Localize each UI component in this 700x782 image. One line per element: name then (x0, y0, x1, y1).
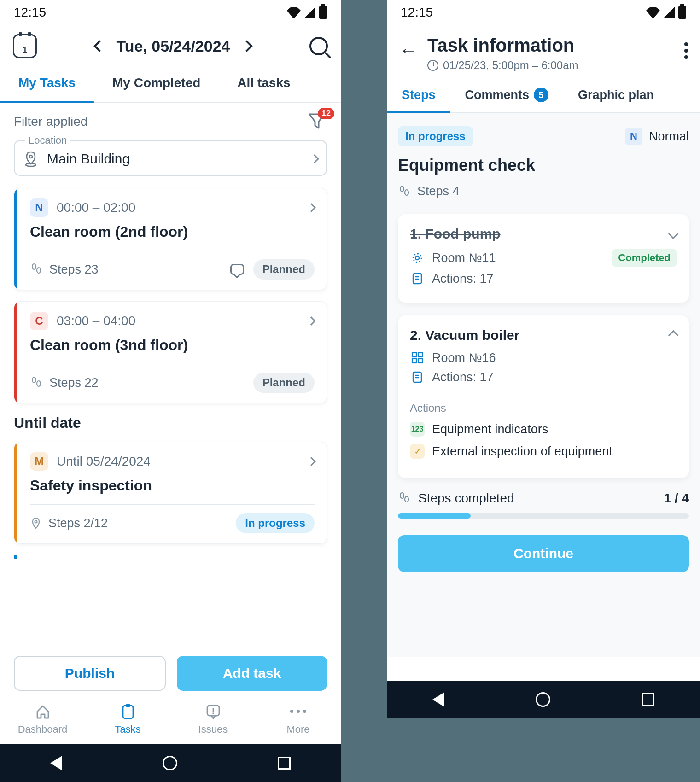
alert-icon (205, 703, 222, 720)
filter-row: Filter applied 12 (14, 113, 327, 130)
priority-badge: C (30, 312, 48, 330)
steps-icon (398, 492, 411, 505)
next-card-peek (14, 555, 17, 559)
svg-point-26 (400, 493, 404, 498)
svg-rect-19 (412, 353, 416, 357)
task-title: Clean room (3nd floor) (30, 337, 315, 354)
task-time: Until 05/24/2024 (57, 454, 300, 469)
priority-badge: N (30, 198, 48, 217)
battery-icon (678, 6, 686, 19)
actions-count: Actions: 17 (432, 370, 677, 385)
steps-icon (398, 185, 411, 198)
step-card[interactable]: 1. Food pump Room №11 Completed Actions:… (398, 214, 689, 303)
status-chip: Planned (253, 373, 315, 393)
location-selector[interactable]: Location Main Building (14, 140, 327, 176)
continue-button[interactable]: Continue (398, 535, 689, 572)
status-bar: 12:15 (387, 0, 700, 25)
svg-point-5 (37, 381, 41, 386)
room-icon (410, 350, 425, 365)
filter-icon[interactable]: 12 (309, 113, 327, 130)
location-value: Main Building (47, 151, 303, 167)
signal-icon (663, 6, 676, 19)
task-tabs: My Tasks My Completed All tasks (0, 64, 341, 103)
action-item[interactable]: 123 Equipment indicators (410, 422, 677, 437)
chevron-left-icon[interactable] (93, 40, 105, 52)
document-icon (410, 271, 425, 286)
nav-more[interactable]: More (256, 693, 341, 744)
date-label[interactable]: Tue, 05/24/2024 (117, 37, 230, 55)
location-label: Location (25, 134, 70, 146)
bottom-buttons: Publish Add task (14, 656, 327, 691)
clock-icon (427, 60, 438, 71)
tab-my-completed[interactable]: My Completed (94, 71, 219, 102)
svg-point-4 (32, 377, 36, 383)
publish-button[interactable]: Publish (14, 656, 166, 691)
chevron-right-icon (307, 316, 316, 326)
android-home-icon[interactable] (163, 756, 177, 770)
task-card[interactable]: N 00:00 – 02:00 Clean room (2nd floor) S… (14, 188, 327, 290)
wifi-icon (287, 7, 301, 18)
tab-comments[interactable]: Comments 5 (450, 82, 564, 112)
signal-icon (303, 6, 316, 19)
step-title: 1. Food pump (410, 226, 501, 242)
task-heading: Equipment check (398, 156, 689, 175)
task-card[interactable]: M Until 05/24/2024 Safety inspection Ste… (14, 442, 327, 544)
content-area: Filter applied 12 Location Main Building (0, 103, 341, 720)
progress-area: Steps completed 1 / 4 Continue (398, 491, 689, 572)
header: ← Task information 01/25/23, 5:00pm – 6:… (387, 25, 700, 75)
progress-fill (398, 513, 471, 519)
chevron-down-icon[interactable] (668, 229, 679, 239)
svg-rect-21 (412, 359, 416, 363)
search-icon[interactable] (309, 37, 328, 55)
actions-count: Actions: 17 (432, 272, 677, 286)
svg-rect-22 (418, 359, 422, 363)
detail-tabs: Steps Comments 5 Graphic plan (387, 75, 700, 113)
action-item[interactable]: ✓ External inspection of equipment (410, 444, 677, 459)
status-bar: 12:15 (0, 0, 341, 25)
tab-steps[interactable]: Steps (387, 82, 450, 112)
android-recent-icon[interactable] (642, 693, 654, 706)
tab-my-tasks[interactable]: My Tasks (0, 71, 94, 102)
android-recent-icon[interactable] (278, 757, 291, 770)
phone-my-tasks: 12:15 1 Tue, 05/24/2024 My Tasks My Comp… (0, 0, 341, 782)
chevron-right-icon (310, 154, 319, 163)
nav-tasks[interactable]: Tasks (85, 693, 170, 744)
action-type-icon: 123 (410, 422, 425, 437)
back-icon[interactable]: ← (399, 41, 418, 60)
subtitle: 01/25/23, 5:00pm – 6:00am (443, 59, 578, 72)
steps-count: Steps 2/12 (48, 516, 229, 531)
bottom-nav: Dashboard Tasks Issues More (0, 693, 341, 744)
android-nav (0, 744, 341, 782)
document-icon (410, 370, 425, 385)
priority-stripe (14, 302, 18, 403)
add-task-button[interactable]: Add task (177, 656, 327, 691)
chevron-right-icon[interactable] (241, 40, 253, 52)
android-back-icon[interactable] (432, 692, 444, 707)
clipboard-icon (120, 703, 136, 720)
svg-point-13 (405, 190, 408, 195)
android-back-icon[interactable] (50, 756, 62, 770)
task-list: N 00:00 – 02:00 Clean room (2nd floor) S… (14, 188, 327, 403)
tab-all-tasks[interactable]: All tasks (219, 71, 309, 102)
android-home-icon[interactable] (536, 692, 550, 707)
location-icon (23, 151, 39, 167)
section-until-date: Until date (14, 414, 327, 432)
tab-graphic-plan[interactable]: Graphic plan (563, 82, 669, 112)
nav-issues[interactable]: Issues (170, 693, 256, 744)
nav-dashboard[interactable]: Dashboard (0, 693, 85, 744)
svg-point-27 (405, 496, 408, 502)
comment-icon (230, 264, 244, 275)
progress-label: Steps completed (418, 491, 657, 506)
task-time: 00:00 – 02:00 (57, 200, 300, 215)
chevron-up-icon[interactable] (668, 330, 679, 341)
priority-stripe (14, 442, 18, 543)
svg-point-15 (413, 254, 421, 262)
task-card[interactable]: C 03:00 – 04:00 Clean room (3nd floor) S… (14, 301, 327, 403)
more-icon[interactable] (684, 42, 688, 59)
priority-label: Normal (649, 129, 689, 144)
step-card[interactable]: 2. Vacuum boiler Room №16 Actions: 17 Ac… (398, 315, 689, 478)
svg-rect-8 (126, 704, 130, 707)
status-icons (287, 6, 327, 19)
steps-count: Steps 23 (49, 263, 224, 277)
calendar-icon[interactable]: 1 (13, 34, 37, 58)
